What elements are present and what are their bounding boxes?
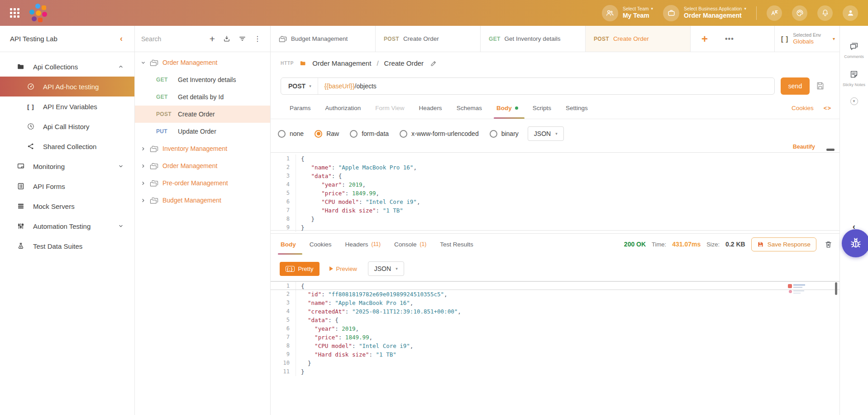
- response-tab-body[interactable]: Body: [281, 234, 296, 255]
- new-tab-button[interactable]: +: [701, 34, 708, 44]
- translate-button[interactable]: [767, 5, 782, 21]
- filter-icon[interactable]: [238, 35, 246, 43]
- request-tabs: Params Authorization Form View Headers S…: [271, 97, 839, 119]
- send-button[interactable]: send: [781, 77, 810, 95]
- sidebar-item-mock-servers[interactable]: Mock Servers: [0, 196, 134, 216]
- code-line[interactable]: 7 "Hard disk size": "1 TB": [271, 206, 839, 215]
- tab-authorization[interactable]: Authorization: [325, 97, 361, 119]
- tree-folder-order-management[interactable]: Order Management: [135, 54, 270, 71]
- tab-scripts[interactable]: Scripts: [533, 97, 551, 119]
- line-number: 8: [271, 342, 296, 350]
- tree-request-get-details-by-id[interactable]: GET Get details by Id: [135, 88, 270, 106]
- more-options-icon[interactable]: ⋮: [254, 34, 261, 43]
- tree-folder-inventory-management[interactable]: Inventory Management: [135, 140, 270, 157]
- brackets-icon: [ ]: [781, 35, 788, 43]
- pretty-view-button[interactable]: {;} Pretty: [280, 262, 320, 276]
- sidebar-collapse-icon[interactable]: ‹: [120, 34, 123, 43]
- method-dropdown[interactable]: POST ▾: [281, 78, 318, 94]
- tab-create-order-1[interactable]: POST Create Order: [376, 26, 481, 52]
- response-tab-test-results[interactable]: Test Results: [440, 234, 473, 255]
- tab-body[interactable]: Body: [496, 97, 518, 119]
- code-line[interactable]: 5 "price": 1849.99,: [271, 189, 839, 198]
- tree-request-create-order[interactable]: POST Create Order: [135, 106, 270, 123]
- editor-scroll-handle[interactable]: [826, 149, 835, 151]
- tab-form-view[interactable]: Form View: [375, 97, 404, 119]
- edit-pencil-icon[interactable]: [430, 60, 437, 67]
- body-format-dropdown[interactable]: JSON▾: [528, 126, 564, 141]
- tab-budget-management[interactable]: Budget Management: [271, 26, 376, 52]
- mode-none[interactable]: none: [278, 130, 304, 138]
- save-response-button[interactable]: Save Response: [751, 237, 816, 251]
- sidebar-item-automation-testing[interactable]: Automation Testing: [0, 216, 134, 236]
- mode-raw[interactable]: Raw: [315, 130, 339, 138]
- tab-settings[interactable]: Settings: [566, 97, 588, 119]
- user-avatar-button[interactable]: [843, 5, 858, 21]
- save-request-icon[interactable]: [816, 81, 825, 91]
- tree-folder-order-management-2[interactable]: Order Management: [135, 157, 270, 174]
- tree-request-label: Get details by Id: [178, 93, 224, 101]
- import-button[interactable]: [223, 35, 231, 43]
- tab-get-inventory-details[interactable]: GET Get Inventory details: [481, 26, 586, 52]
- request-url-row: POST ▾ {{baseUrl}}/objects send: [271, 74, 839, 97]
- tree-list: Order Management GET Get Inventory detai…: [135, 52, 270, 209]
- code-line[interactable]: 8 }: [271, 215, 839, 223]
- add-collection-button[interactable]: +: [210, 34, 215, 43]
- bug-report-fab[interactable]: [842, 229, 868, 257]
- breadcrumb-folder[interactable]: Order Management: [312, 59, 371, 67]
- sidebar-item-shared-collection[interactable]: Shared Collection: [0, 136, 134, 156]
- response-tab-console[interactable]: Console(1): [394, 234, 426, 255]
- team-selector[interactable]: Select Team▾ My Team: [602, 5, 653, 21]
- sticky-notes-button[interactable]: Sticky Notes: [843, 69, 865, 87]
- response-scrollbar-thumb[interactable]: [835, 282, 837, 295]
- time-value: 431.07ms: [672, 241, 701, 248]
- protocol-label: HTTP: [281, 61, 294, 66]
- response-tab-headers[interactable]: Headers(11): [345, 234, 381, 255]
- radio-icon: [350, 130, 358, 138]
- sidebar-item-api-adhoc-testing[interactable]: API Ad-hoc testing: [0, 77, 134, 97]
- tab-overflow-menu[interactable]: •••: [725, 35, 734, 43]
- tab-schemas[interactable]: Schemas: [457, 97, 482, 119]
- environment-selector[interactable]: [ ] Selected Env Globals ▾: [774, 26, 839, 52]
- comments-button[interactable]: Comments: [844, 41, 864, 59]
- tab-create-order-active[interactable]: POST Create Order: [586, 26, 691, 52]
- code-line[interactable]: 6 "CPU model": "Intel Core i9",: [271, 198, 839, 206]
- beautify-link[interactable]: Beautify: [793, 144, 815, 150]
- rail-expand-chevron[interactable]: ▾: [850, 97, 858, 105]
- app-grid-icon[interactable]: [10, 8, 19, 18]
- search-input[interactable]: Search: [141, 35, 210, 43]
- sidebar-item-monitoring[interactable]: Monitoring: [0, 156, 134, 176]
- mode-form-data[interactable]: form-data: [350, 130, 389, 138]
- breadcrumb-request-name[interactable]: Create Order: [384, 59, 424, 67]
- code-line[interactable]: 9}: [271, 223, 839, 232]
- request-body-editor[interactable]: 1{2 "name": "Apple MacBook Pro 16",3 "da…: [271, 152, 839, 231]
- tree-folder-label: Order Management: [162, 162, 217, 169]
- response-tab-cookies[interactable]: Cookies: [310, 234, 332, 255]
- tab-params[interactable]: Params: [290, 97, 311, 119]
- tab-headers[interactable]: Headers: [419, 97, 442, 119]
- notifications-button[interactable]: [817, 5, 833, 21]
- sidebar-item-api-forms[interactable]: API Forms: [0, 176, 134, 196]
- response-format-dropdown[interactable]: JSON ▾: [368, 261, 404, 276]
- tree-folder-budget-management[interactable]: Budget Management: [135, 192, 270, 209]
- code-line[interactable]: 1{: [271, 154, 839, 163]
- code-line[interactable]: 3 "data": {: [271, 172, 839, 180]
- cookies-link[interactable]: Cookies: [792, 105, 814, 111]
- body-modified-dot: [515, 106, 518, 110]
- code-line[interactable]: 2 "name": "Apple MacBook Pro 16",: [271, 163, 839, 172]
- business-app-selector[interactable]: Select Business Application▾ Order Manag…: [663, 5, 746, 21]
- code-snippet-icon[interactable]: <>: [824, 105, 831, 111]
- delete-response-icon[interactable]: [824, 240, 833, 249]
- sidebar-item-api-call-history[interactable]: Api Call History: [0, 116, 134, 136]
- code-line[interactable]: 4 "year": 2019,: [271, 180, 839, 189]
- sidebar-item-test-data-suites[interactable]: Test Data Suites: [0, 236, 134, 256]
- url-input[interactable]: {{baseUrl}}/objects: [318, 82, 377, 90]
- tree-folder-pre-order-management[interactable]: Pre-order Management: [135, 174, 270, 192]
- mode-x-www-form-urlencoded[interactable]: x-www-form-urlencoded: [400, 130, 479, 138]
- sidebar-item-api-env-variables[interactable]: [ ] API Env Variables: [0, 97, 134, 116]
- mode-binary[interactable]: binary: [490, 130, 519, 138]
- tree-request-get-inventory-details[interactable]: GET Get Inventory details: [135, 71, 270, 88]
- preview-view-button[interactable]: Preview: [329, 265, 357, 272]
- theme-palette-button[interactable]: [792, 5, 807, 21]
- tree-request-update-order[interactable]: PUT Update Order: [135, 123, 270, 140]
- sidebar-item-api-collections[interactable]: Api Collections: [0, 57, 134, 77]
